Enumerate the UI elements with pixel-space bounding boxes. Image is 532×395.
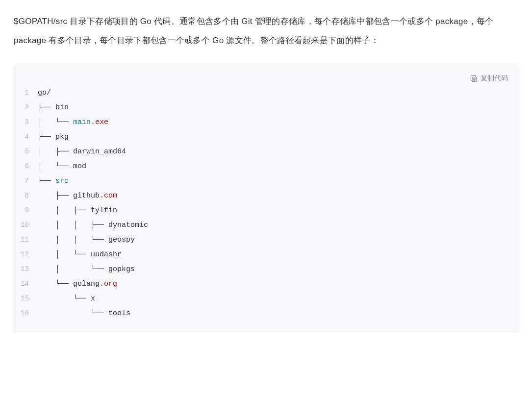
line-number: 3: [14, 115, 38, 129]
code-line: 6│ └── mod: [14, 159, 518, 174]
code-line: 7└── src: [14, 174, 518, 189]
line-content: ├── github.com: [38, 189, 117, 203]
line-number: 15: [14, 292, 38, 305]
line-content: ├── bin: [38, 100, 69, 115]
code-line: 1go/: [14, 86, 518, 100]
line-content: └── src: [38, 174, 69, 189]
line-number: 16: [14, 306, 38, 320]
copy-code-button[interactable]: 复制代码: [470, 74, 508, 83]
line-number: 10: [14, 218, 38, 232]
line-number: 4: [14, 130, 38, 144]
line-number: 9: [14, 203, 38, 217]
line-number: 14: [14, 277, 38, 291]
line-number: 11: [14, 233, 38, 247]
code-line: 3│ └── main.exe: [14, 115, 518, 130]
code-line: 4├── pkg: [14, 130, 518, 145]
code-line: 11 │ │ └── geospy: [14, 233, 518, 247]
code-block: 复制代码 1go/2├── bin3│ └── main.exe4├── pkg…: [14, 66, 518, 333]
line-content: └── x: [38, 292, 95, 306]
line-content: go/: [38, 86, 51, 100]
line-content: │ ├── tylfin: [38, 203, 117, 218]
line-number: 12: [14, 247, 38, 261]
line-number: 5: [14, 145, 38, 158]
line-content: └── golang.org: [38, 277, 117, 292]
line-number: 1: [14, 86, 38, 99]
description-text: $GOPATH/src 目录下存储项目的 Go 代码。通常包含多个由 Git 管…: [14, 12, 518, 50]
line-content: │ │ ├── dynatomic: [38, 218, 148, 233]
line-content: │ └── main.exe: [38, 115, 108, 130]
copy-icon: [470, 75, 478, 82]
line-content: │ └── uudashr: [38, 247, 122, 262]
line-number: 7: [14, 174, 38, 188]
line-content: │ │ └── geospy: [38, 233, 135, 247]
code-line: 14 └── golang.org: [14, 277, 518, 292]
code-line: 15 └── x: [14, 292, 518, 306]
line-number: 13: [14, 262, 38, 276]
code-line: 9 │ ├── tylfin: [14, 203, 518, 218]
code-line: 8 ├── github.com: [14, 189, 518, 203]
line-number: 8: [14, 189, 38, 202]
code-line: 16 └── tools: [14, 306, 518, 321]
copy-button-label: 复制代码: [481, 74, 508, 83]
line-content: └── tools: [38, 306, 130, 321]
line-content: │ └── mod: [38, 159, 86, 174]
code-line: 13 │ └── gopkgs: [14, 262, 518, 277]
code-line: 5│ ├── darwin_amd64: [14, 145, 518, 159]
line-content: │ └── gopkgs: [38, 262, 135, 277]
code-content: 1go/2├── bin3│ └── main.exe4├── pkg5│ ├─…: [14, 76, 518, 321]
line-number: 6: [14, 159, 38, 173]
line-content: │ ├── darwin_amd64: [38, 145, 126, 159]
line-number: 2: [14, 100, 38, 114]
code-line: 12 │ └── uudashr: [14, 247, 518, 262]
line-content: ├── pkg: [38, 130, 69, 145]
code-line: 10 │ │ ├── dynatomic: [14, 218, 518, 233]
code-line: 2├── bin: [14, 100, 518, 115]
